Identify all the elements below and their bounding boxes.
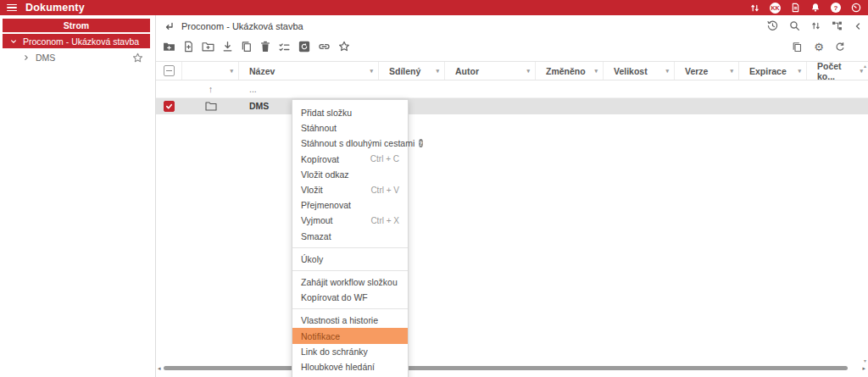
return-arrow-icon[interactable]	[164, 21, 174, 31]
help-icon[interactable]: ?	[831, 3, 841, 13]
shortcut-label: Ctrl + X	[370, 216, 399, 225]
column-expirace[interactable]: Expirace▾	[739, 62, 807, 80]
filter-caret-icon[interactable]: ▾	[230, 68, 233, 75]
table-header-row: ▾ Název▾ Sdílený▾ Autor▾ Změněno▾ Veliko…	[156, 61, 868, 80]
collapse-left-icon[interactable]	[854, 22, 862, 30]
filter-caret-icon[interactable]: ▾	[526, 68, 530, 75]
filter-caret-icon[interactable]: ▾	[798, 68, 801, 75]
scrollbar-thumb[interactable]	[164, 366, 848, 370]
tree-header[interactable]: Strom	[3, 19, 150, 32]
parent-folder-row[interactable]: ↑ ...	[156, 80, 868, 98]
chevron-right-icon	[23, 54, 30, 61]
menu-divider	[292, 247, 408, 248]
menu-item-link-do-schranky[interactable]: Link do schránky	[292, 344, 408, 359]
row-checkbox[interactable]	[164, 101, 175, 112]
scroll-right-icon[interactable]: ▸	[862, 364, 865, 373]
filter-caret-icon[interactable]: ▾	[436, 68, 439, 75]
menu-icon[interactable]	[7, 4, 17, 12]
breadcrumb: Proconom - Ukázková stavba	[164, 21, 303, 31]
tree-child-label: DMS	[36, 53, 55, 63]
filter-caret-icon[interactable]: ▾	[370, 68, 373, 75]
link-icon[interactable]	[318, 42, 331, 52]
app-bar-actions: KK ?	[750, 3, 861, 14]
menu-item-smazat[interactable]: Smazat	[292, 229, 408, 244]
menu-item-zahajit-workflow[interactable]: Zahájit workflow složkou	[292, 274, 408, 290]
sort-icon[interactable]	[750, 3, 760, 13]
help-circle-icon: ?	[419, 139, 422, 147]
horizontal-scrollbar[interactable]: ◂ ▸	[158, 364, 865, 373]
tree-structure-icon[interactable]	[832, 20, 843, 31]
sync-icon[interactable]	[298, 41, 310, 53]
column-type[interactable]: ▾	[182, 62, 239, 80]
column-autor[interactable]: Autor▾	[445, 62, 536, 80]
menu-divider	[292, 308, 408, 309]
chevron-down-icon	[10, 38, 17, 45]
menu-item-vyjmout[interactable]: VyjmoutCtrl + X	[292, 213, 408, 228]
shortcut-label: Ctrl + C	[370, 154, 399, 164]
app-bar: Dokumenty KK ?	[0, 0, 868, 15]
grid-actions-right: ⚙	[792, 42, 845, 53]
menu-item-prejmenovat[interactable]: Přejmenovat	[292, 197, 408, 213]
breadcrumb-label: Proconom - Ukázková stavba	[181, 21, 303, 31]
copy-icon[interactable]	[241, 41, 253, 53]
menu-item-hloubkove-hledani[interactable]: Hloubkové hledání	[292, 359, 408, 374]
copy-icon[interactable]	[792, 42, 803, 53]
sort-icon[interactable]	[811, 21, 821, 30]
new-folder-icon[interactable]	[163, 41, 175, 53]
gauge-icon[interactable]	[851, 3, 861, 13]
scroll-up-icon[interactable]: ▴	[864, 63, 866, 69]
menu-item-pridat-slozku[interactable]: Přidat složku	[292, 105, 408, 120]
column-zmeneno[interactable]: Změněno▾	[536, 62, 604, 80]
menu-item-vlozit-odkaz[interactable]: Vložit odkaz	[292, 167, 408, 182]
star-icon[interactable]	[132, 53, 143, 64]
filter-caret-icon[interactable]: ▾	[860, 68, 863, 75]
document-icon[interactable]	[791, 3, 800, 13]
search-icon[interactable]	[789, 20, 800, 31]
column-sdileny[interactable]: Sdílený▾	[379, 62, 445, 80]
bell-icon[interactable]	[810, 3, 821, 13]
column-velikost[interactable]: Velikost▾	[604, 62, 675, 80]
menu-item-stahnout[interactable]: Stáhnout	[292, 120, 408, 136]
menu-item-ukoly[interactable]: Úkoly	[292, 252, 408, 267]
column-pocet[interactable]: Počet ko...▾	[807, 62, 868, 80]
add-folder-icon[interactable]	[202, 41, 214, 53]
parent-folder-name: ...	[239, 84, 379, 94]
menu-item-kopirovat[interactable]: KopírovatCtrl + C	[292, 152, 408, 167]
menu-item-vlozit[interactable]: VložitCtrl + V	[292, 182, 408, 197]
file-toolbar	[163, 41, 350, 53]
menu-item-kopirovat-do-wf[interactable]: Kopírovat do WF	[292, 290, 408, 305]
filter-caret-icon[interactable]: ▾	[665, 68, 669, 75]
settings-gear-icon[interactable]: ⚙	[814, 42, 824, 53]
star-icon[interactable]	[338, 41, 350, 53]
download-icon[interactable]	[222, 41, 233, 53]
trash-icon[interactable]	[260, 41, 270, 53]
menu-item-notifikace[interactable]: Notifikace	[292, 328, 408, 343]
scroll-left-icon[interactable]: ◂	[158, 364, 161, 373]
column-nazev[interactable]: Název▾	[239, 62, 379, 80]
folder-icon	[205, 101, 217, 111]
new-file-icon[interactable]	[183, 41, 194, 53]
menu-item-vlastnosti-a-historie[interactable]: Vlastnosti a historie	[292, 313, 408, 328]
menu-divider	[292, 270, 408, 271]
checklist-icon[interactable]	[278, 42, 291, 53]
column-verze[interactable]: Verze▾	[675, 62, 739, 80]
scroll-down-icon[interactable]: ▾	[864, 358, 866, 363]
refresh-icon[interactable]	[835, 42, 845, 53]
up-arrow-icon: ↑	[209, 84, 214, 94]
filter-caret-icon[interactable]: ▾	[730, 68, 733, 75]
sidebar-item-dms[interactable]: DMS	[0, 48, 155, 67]
history-icon[interactable]	[767, 20, 778, 31]
select-all-checkbox[interactable]	[164, 65, 175, 76]
page-title: Dokumenty	[25, 2, 85, 14]
select-all-cell	[156, 62, 182, 80]
filter-caret-icon[interactable]: ▾	[594, 68, 598, 75]
table-row[interactable]: DMS	[156, 98, 868, 114]
documents-table: ▾ Název▾ Sdílený▾ Autor▾ Změněno▾ Veliko…	[156, 61, 868, 114]
sidebar-item-proconom[interactable]: Proconom - Ukázková stavba	[3, 34, 150, 48]
documents-panel: Proconom - Ukázková stavba	[156, 15, 868, 377]
avatar[interactable]: KK	[770, 3, 781, 14]
scrollbar-track[interactable]	[163, 366, 861, 371]
tree-root-label: Proconom - Ukázková stavba	[23, 36, 139, 47]
check-icon	[165, 103, 173, 110]
menu-item-stahnout-s-dlouhymi-cestami[interactable]: Stáhnout s dlouhými cestami?	[292, 136, 408, 151]
